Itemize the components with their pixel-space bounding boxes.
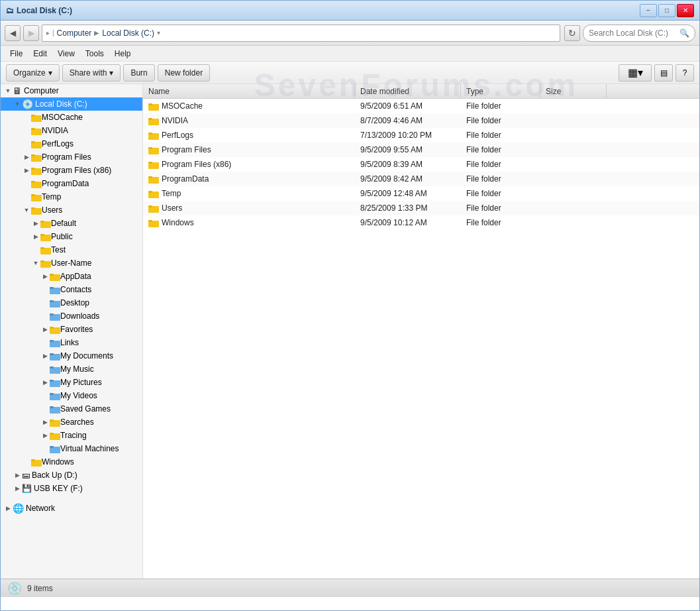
sidebar-item-username[interactable]: ▼ User-Name <box>1 256 142 270</box>
svg-rect-26 <box>50 274 54 276</box>
sidebar-item-downloads[interactable]: Downloads <box>1 309 142 323</box>
sidebar-label-backup: Back Up (D:) <box>32 471 77 480</box>
sidebar-item-test[interactable]: Test <box>1 243 142 256</box>
help-button[interactable]: ? <box>675 64 694 82</box>
menu-view[interactable]: View <box>52 48 80 60</box>
drive-icon: 💿 <box>22 99 33 109</box>
sidebar-item-contacts[interactable]: Contacts <box>1 283 142 296</box>
svg-rect-20 <box>40 234 44 236</box>
sidebar-item-perflogs[interactable]: PerfLogs <box>1 137 142 150</box>
sidebar-item-temp[interactable]: Temp <box>1 190 142 203</box>
file-type-cell: File folder <box>461 174 540 184</box>
sidebar-item-programfiles[interactable]: ▶ Program Files <box>1 150 142 164</box>
file-type-cell: File folder <box>461 218 540 227</box>
sidebar-label-tracing: Tracing <box>60 431 87 440</box>
sidebar-item-mypictures[interactable]: ▶ My Pictures <box>1 376 142 389</box>
minimize-button[interactable]: − <box>640 4 657 17</box>
view-options-button[interactable]: ▦▾ <box>619 64 652 82</box>
sidebar-item-favorites[interactable]: ▶ Favorites <box>1 323 142 336</box>
sidebar-item-savedgames[interactable]: Saved Games <box>1 402 142 416</box>
sidebar-item-usb[interactable]: ▶ 💾 USB KEY (F:) <box>1 482 142 495</box>
sidebar-item-mymusic[interactable]: My Music <box>1 362 142 376</box>
address-bar[interactable]: ▸ | Computer ▶ Local Disk (C:) ▾ <box>42 25 560 42</box>
sidebar-label-username: User-Name <box>51 258 91 268</box>
svg-rect-66 <box>148 176 152 178</box>
search-input[interactable] <box>589 28 679 38</box>
file-name: Program Files (x86) <box>162 160 231 169</box>
file-type-cell: File folder <box>461 101 540 111</box>
refresh-button[interactable]: ↻ <box>564 25 580 41</box>
file-name: Users <box>162 203 182 213</box>
file-type-cell: File folder <box>461 203 540 213</box>
sidebar-item-public[interactable]: ▶ Public <box>1 230 142 243</box>
status-left: 💿 9 items <box>7 581 53 596</box>
sidebar-item-myvideos[interactable]: My Videos <box>1 389 142 402</box>
menu-bar: File Edit View Tools Help <box>1 46 699 62</box>
sidebar-item-appdata[interactable]: ▶ AppData <box>1 270 142 283</box>
address-drive[interactable]: Local Disk (C:) <box>102 28 154 38</box>
search-bar[interactable]: 🔍 <box>583 25 695 42</box>
table-row[interactable]: NVIDIA 8/7/2009 4:46 AM File folder <box>143 113 699 128</box>
file-list: MSOCache 9/5/2009 6:51 AM File folder NV… <box>143 99 699 579</box>
menu-edit[interactable]: Edit <box>28 48 52 60</box>
sidebar-item-local-disk[interactable]: ▼ 💿 Local Disk (C:) <box>1 97 142 111</box>
title-bar-title: 🗂 Local Disk (C:) <box>6 6 72 15</box>
sidebar-item-links[interactable]: Links <box>1 336 142 349</box>
sidebar-label-downloads: Downloads <box>60 311 99 321</box>
expand-icon: ▼ <box>22 207 31 213</box>
sidebar-item-windows[interactable]: Windows <box>1 455 142 469</box>
organize-button[interactable]: Organize ▾ <box>6 64 60 82</box>
table-row[interactable]: Windows 9/5/2009 10:12 AM File folder <box>143 215 699 230</box>
sidebar-label-contacts: Contacts <box>60 285 91 294</box>
svg-rect-72 <box>148 220 152 222</box>
sidebar-label-perflogs: PerfLogs <box>42 139 74 148</box>
burn-button[interactable]: Burn <box>123 64 154 82</box>
table-row[interactable]: ProgramData 9/5/2009 8:42 AM File folder <box>143 172 699 186</box>
column-size[interactable]: Size <box>540 84 607 98</box>
table-row[interactable]: Users 8/25/2009 1:33 PM File folder <box>143 201 699 215</box>
file-date-cell: 9/5/2009 9:55 AM <box>355 145 461 154</box>
sidebar-item-users[interactable]: ▼ Users <box>1 203 142 217</box>
sidebar-item-programdata[interactable]: ProgramData <box>1 177 142 190</box>
status-bar: 💿 9 items <box>1 579 699 597</box>
sidebar-item-backup[interactable]: ▶ 🖴 Back Up (D:) <box>1 469 142 482</box>
new-folder-button[interactable]: New folder <box>158 64 210 82</box>
column-name[interactable]: Name <box>143 84 355 98</box>
sidebar-item-programfilesx86[interactable]: ▶ Program Files (x86) <box>1 164 142 177</box>
table-row[interactable]: Temp 9/5/2009 12:48 AM File folder <box>143 186 699 201</box>
details-pane-button[interactable]: ▤ <box>654 64 673 82</box>
sidebar-item-tracing[interactable]: ▶ Tracing <box>1 429 142 442</box>
sidebar-item-virtualmachines[interactable]: Virtual Machines <box>1 442 142 455</box>
sidebar-label-virtualmachines: Virtual Machines <box>60 444 119 453</box>
forward-button[interactable]: ▶ <box>23 25 39 41</box>
sidebar-label-appdata: AppData <box>60 272 91 281</box>
sidebar-item-default[interactable]: ▶ Default <box>1 217 142 230</box>
sidebar-item-mydocuments[interactable]: ▶ My Documents <box>1 349 142 362</box>
sidebar-item-searches[interactable]: ▶ Searches <box>1 416 142 429</box>
item-count: 9 items <box>27 584 53 593</box>
menu-help[interactable]: Help <box>109 48 136 60</box>
back-button[interactable]: ◀ <box>5 25 21 41</box>
sidebar-item-network[interactable]: ▶ 🌐 Network <box>1 502 142 515</box>
table-row[interactable]: MSOCache 9/5/2009 6:51 AM File folder <box>143 99 699 113</box>
menu-file[interactable]: File <box>5 48 28 60</box>
share-with-button[interactable]: Share with ▾ <box>62 64 121 82</box>
sidebar-item-nvidia[interactable]: NVIDIA <box>1 124 142 137</box>
main-area: ▼ 🖥 Computer ▼ 💿 Local Disk (C:) MSOCach… <box>1 84 699 579</box>
organize-dropdown-icon: ▾ <box>48 68 52 78</box>
table-row[interactable]: PerfLogs 7/13/2009 10:20 PM File folder <box>143 128 699 142</box>
column-type[interactable]: Type <box>461 84 540 98</box>
maximize-button[interactable]: □ <box>658 4 675 17</box>
menu-tools[interactable]: Tools <box>80 48 109 60</box>
close-button[interactable]: ✕ <box>677 4 694 17</box>
sidebar-item-desktop[interactable]: Desktop <box>1 296 142 309</box>
sidebar-item-msocache[interactable]: MSOCache <box>1 111 142 124</box>
sidebar-label-nvidia: NVIDIA <box>42 126 68 135</box>
table-row[interactable]: Program Files 9/5/2009 9:55 AM File fold… <box>143 142 699 157</box>
expand-icon: ▶ <box>40 419 50 425</box>
sidebar-item-computer[interactable]: ▼ 🖥 Computer <box>1 84 142 97</box>
address-computer[interactable]: Computer <box>57 28 92 38</box>
expand-icon: ▶ <box>3 505 13 512</box>
table-row[interactable]: Program Files (x86) 9/5/2009 8:39 AM Fil… <box>143 157 699 172</box>
column-date-modified[interactable]: Date modified <box>355 84 461 98</box>
